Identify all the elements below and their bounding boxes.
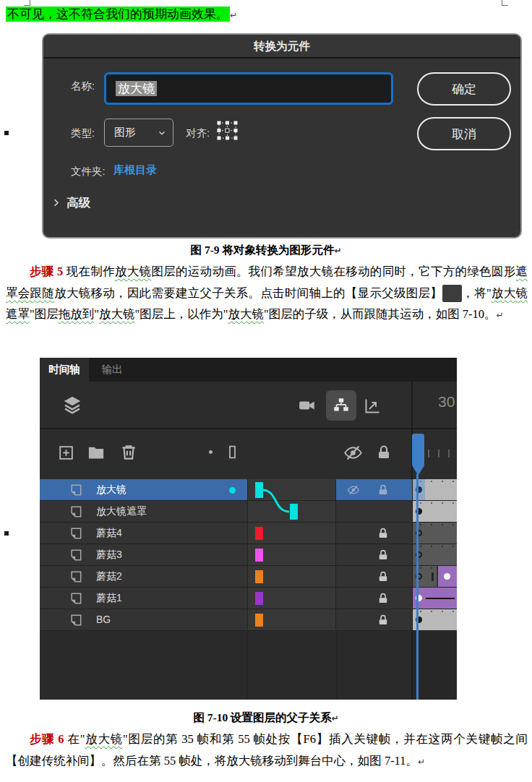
add-layer-icon[interactable] [57, 444, 75, 462]
paragraph-mark: ↵ [332, 713, 339, 723]
playhead[interactable] [412, 434, 424, 476]
highlighted-text: 不可见，这不符合我们的预期动画效果。 [6, 7, 230, 22]
figure-9-caption: 图 7-9 将对象转换为图形元件↵ [0, 243, 532, 258]
trash-icon[interactable] [119, 442, 138, 463]
layer-row-bg[interactable]: BG [40, 609, 457, 631]
layer-row-mogu3[interactable]: 蘑菇3 [40, 544, 457, 566]
graph-editor-icon[interactable] [363, 396, 382, 416]
layer-name: 蘑菇1 [96, 588, 122, 609]
span-end-bar [432, 572, 434, 581]
text-segment: "图层 [30, 307, 59, 321]
lock-icon[interactable] [377, 570, 390, 583]
layer-page-icon [69, 526, 83, 541]
frame-strip[interactable] [412, 501, 457, 522]
playhead-line [416, 474, 419, 700]
timeline-panel: 时间轴 输出 30 放大镜 [40, 358, 457, 700]
layer-row-mogu2[interactable]: 蘑菇2 [40, 566, 457, 588]
margin-mark [4, 131, 9, 135]
tween-line [426, 598, 455, 599]
caption-text: 图 7-9 将对象转换为图形元件 [191, 244, 335, 256]
lock-icon[interactable] [377, 527, 390, 540]
outline-rect-icon[interactable] [225, 444, 240, 460]
lock-icon[interactable] [377, 484, 390, 497]
layer-row-mogu4[interactable]: 蘑菇4 [40, 523, 457, 544]
highlight-dot-icon[interactable] [205, 446, 217, 458]
highlighted-paragraph: 不可见，这不符合我们的预期动画效果。↵ [6, 5, 237, 25]
column-separator [336, 632, 337, 700]
lock-icon[interactable] [375, 443, 392, 462]
layer-row-fangdajing[interactable]: 放大镜 [40, 479, 457, 501]
dialog-title: 转换为元件 [43, 35, 520, 59]
layer-color-swatch [255, 549, 263, 562]
step6-paragraph: 步骤 6 在"放大镜"图层的第 35 帧和第 55 帧处按【F6】插入关键帧，并… [6, 729, 528, 773]
frame-strip[interactable] [412, 479, 457, 500]
text-segment: 放大镜 [85, 732, 122, 746]
camera-icon[interactable] [297, 396, 317, 415]
text-segment: 放大镜 [228, 307, 264, 321]
parent-color-dot [229, 487, 236, 494]
frame-strip[interactable] [412, 566, 457, 587]
eye-slash-icon[interactable] [347, 484, 360, 497]
layer-color-swatch [255, 592, 263, 605]
layer-list: 放大镜 放大镜遮罩 [40, 479, 457, 632]
chevron-right-icon [51, 197, 61, 208]
frame-strip[interactable] [412, 588, 457, 609]
layer-page-icon [69, 504, 83, 519]
paragraph-mark: ↵ [334, 246, 341, 256]
layer-name: BG [96, 609, 111, 630]
lock-icon[interactable] [377, 549, 390, 562]
registration-grid-icon[interactable] [217, 121, 239, 141]
layers-icon[interactable] [61, 393, 83, 416]
text-segment: ↵ [418, 757, 425, 767]
text-segment: 图层的运动动画。我们希望放大镜在移动的同时，它下方的绿色圆形 [151, 265, 515, 278]
frame-strip[interactable] [412, 609, 457, 630]
text-segment: ↵ [497, 310, 504, 320]
layer-row-mogu1[interactable]: 蘑菇1 [40, 588, 457, 609]
layer-page-icon [69, 613, 83, 627]
symbol-name-input[interactable]: 放大镜 [104, 72, 393, 105]
library-root-link[interactable]: 库根目录 [113, 163, 157, 177]
text-segment: 放大镜 [115, 265, 151, 278]
caption-text: 图 7-10 设置图层的父子关系 [193, 711, 331, 723]
cancel-button[interactable]: 取消 [417, 117, 511, 150]
ruler-tick [448, 450, 450, 457]
advanced-toggle[interactable]: 高级 [51, 195, 90, 211]
keyframe-dot [444, 573, 450, 580]
type-label: 类型: [71, 126, 95, 140]
eye-slash-icon[interactable] [343, 443, 363, 463]
text-segment: 放大镜移动，因此需要建立父子关系。点击时间轴上的【显示父级图层】 [54, 286, 442, 300]
timeline-body: 30 放大镜 [40, 382, 457, 700]
frame-strip[interactable] [412, 523, 457, 543]
lock-icon[interactable] [377, 614, 390, 627]
text-segment: 现在制作 [63, 265, 115, 278]
convert-to-symbol-dialog: 转换为元件 名称: 放大镜 确定 类型: 图形 对齐: 取消 文件夹: 库根目录… [42, 33, 522, 239]
tab-timeline[interactable]: 时间轴 [40, 358, 89, 382]
column-separator [411, 632, 413, 700]
layer-name: 蘑菇2 [96, 566, 122, 587]
text-boundary-mark-right [502, 0, 508, 6]
folder-icon[interactable] [86, 443, 106, 463]
align-label: 对齐: [186, 126, 210, 140]
show-parent-layers-icon [442, 285, 462, 302]
text-segment: 在" [64, 732, 85, 746]
paragraph-mark: ↵ [515, 225, 522, 236]
layer-row-zhezhao[interactable]: 放大镜遮罩 [40, 501, 457, 523]
ruler-tick [428, 450, 429, 457]
layer-page-icon [69, 591, 83, 606]
text-segment: 放大镜 [99, 307, 135, 321]
layer-name: 蘑菇4 [96, 523, 122, 543]
folder-label: 文件夹: [71, 165, 106, 179]
ruler-tick [438, 450, 439, 457]
paragraph-mark: ↵ [230, 10, 237, 20]
show-parent-layers-button[interactable] [326, 390, 356, 421]
text-segment: 步骤 6 [30, 732, 64, 746]
ok-button[interactable]: 确定 [417, 72, 511, 106]
frame-strip[interactable] [412, 544, 457, 565]
lock-icon[interactable] [377, 592, 390, 605]
chevron-down-icon [157, 128, 167, 138]
layer-name: 蘑菇3 [96, 544, 122, 565]
child-parent-tab[interactable] [290, 504, 298, 520]
parent-tab[interactable] [255, 482, 263, 498]
symbol-type-select[interactable]: 图形 [104, 119, 173, 147]
tab-output[interactable]: 输出 [89, 358, 135, 382]
